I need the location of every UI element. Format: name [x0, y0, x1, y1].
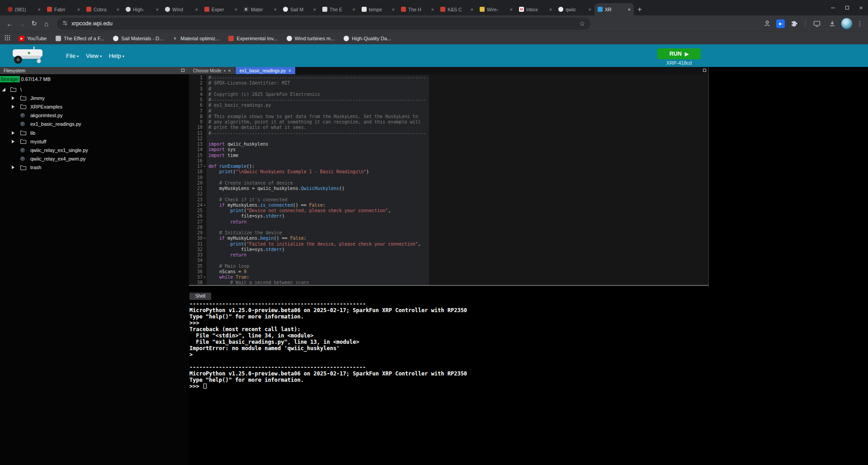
downloads-icon[interactable]: [826, 18, 838, 30]
tree-item-folder[interactable]: Jimmy: [0, 94, 189, 102]
code-line[interactable]: 6# ex1_basic_readings.py: [189, 103, 708, 108]
code-line[interactable]: 17▾def runExample():: [189, 164, 708, 169]
tab-close-icon[interactable]: ×: [235, 7, 237, 12]
browser-tab[interactable]: MInbox×: [516, 3, 555, 15]
code-line[interactable]: 34: [189, 258, 708, 263]
code-line[interactable]: 5#--------------------------------------…: [189, 97, 708, 103]
bookmark-item[interactable]: High-Quality Da...: [340, 34, 395, 43]
tab-close-icon[interactable]: ×: [392, 7, 395, 12]
code-line[interactable]: 9# any algorithm, point it at something …: [189, 119, 708, 125]
code-line[interactable]: 2# SPDX-License-Identifier: MIT: [189, 81, 708, 86]
code-line[interactable]: 31 print("Failed to initialize the devic…: [189, 242, 708, 247]
code-line[interactable]: 13import qwiic_huskylens: [189, 142, 708, 147]
bookmark-item[interactable]: ▶YouTube: [15, 34, 51, 43]
fold-marker-icon[interactable]: ▾: [203, 275, 207, 280]
code-line[interactable]: 18 print("\nQwiic HuskyLens Example 1 - …: [189, 169, 708, 175]
tab-close-icon[interactable]: ×: [313, 7, 316, 12]
extensions-puzzle-icon[interactable]: [788, 18, 800, 30]
tab-close-icon[interactable]: ×: [156, 7, 159, 12]
bookmark-item[interactable]: Experimental Inv...: [224, 34, 281, 43]
code-line[interactable]: 11#-------------------------------------…: [189, 131, 708, 136]
code-line[interactable]: 36 nScans = 0: [189, 269, 708, 275]
profile-person-icon[interactable]: [761, 18, 773, 30]
menu-file[interactable]: File▾: [66, 52, 79, 59]
code-line[interactable]: 20 # Create instance of device: [189, 180, 708, 186]
code-line[interactable]: 24▾ if myHuskyLens.is_connected() == Fal…: [189, 203, 708, 208]
fold-marker-icon[interactable]: ▾: [203, 203, 207, 208]
browser-tab[interactable]: High-×: [123, 3, 162, 15]
tree-item-folder[interactable]: trash: [0, 163, 189, 172]
tab-close-icon[interactable]: ×: [431, 7, 434, 12]
bookmark-item[interactable]: Wind turbines m...: [283, 34, 339, 43]
editor-tab[interactable]: ex1_basic_readings.py×: [236, 67, 295, 74]
browser-tab[interactable]: K&S C×: [437, 3, 476, 15]
tab-close-icon[interactable]: ×: [117, 7, 119, 12]
code-line[interactable]: 38 # Wait a second between scans: [189, 280, 708, 285]
tab-close-icon[interactable]: ×: [549, 7, 552, 12]
tab-close-icon[interactable]: ×: [353, 7, 355, 12]
pinned-extension-icon[interactable]: ▶: [776, 19, 785, 28]
tree-item-file[interactable]: qwiic_relay_ex4_pwm.py: [0, 155, 189, 163]
browser-tab[interactable]: Fabri×: [44, 3, 83, 15]
code-line[interactable]: 12: [189, 136, 708, 142]
editor-tab-close-icon[interactable]: ×: [288, 68, 291, 73]
browser-tab[interactable]: XR×: [594, 3, 634, 15]
editor-tab[interactable]: Choose Mode•×: [189, 67, 235, 74]
code-line[interactable]: 8# This example shows how to get data fr…: [189, 114, 708, 119]
restore-button[interactable]: [840, 0, 854, 15]
collapse-arrow-icon[interactable]: [2, 88, 10, 91]
browser-menu-icon[interactable]: ⋮: [855, 20, 864, 27]
menu-help[interactable]: Help▾: [109, 52, 124, 59]
home-button[interactable]: ⌂: [40, 18, 52, 30]
address-bar[interactable]: xrpcode.wpi.edu ☆: [57, 18, 590, 30]
code-line[interactable]: 10# print the details of what it sees.: [189, 125, 708, 130]
browser-tab[interactable]: Sail M×: [280, 3, 319, 15]
browser-tab[interactable]: Wire-×: [476, 3, 516, 15]
forward-button[interactable]: →: [16, 18, 28, 30]
run-button[interactable]: RUN ▶: [657, 48, 701, 59]
code-line[interactable]: 25 print("Device not connected, please c…: [189, 208, 708, 214]
apps-grid-icon[interactable]: [5, 34, 10, 43]
expand-arrow-icon[interactable]: [12, 140, 20, 143]
tab-close-icon[interactable]: ×: [471, 7, 473, 12]
url-text[interactable]: xrpcode.wpi.edu: [71, 20, 576, 27]
code-line[interactable]: 1#--------------------------------------…: [189, 75, 708, 81]
code-line[interactable]: 3#: [189, 86, 708, 92]
shell-output[interactable]: ----------------------------------------…: [189, 301, 709, 389]
tree-item-file[interactable]: ex1_basic_readings.py: [0, 120, 189, 128]
browser-tab[interactable]: (981)×: [5, 3, 44, 15]
bookmark-item[interactable]: Sail Materials - D...: [109, 34, 167, 43]
minimize-button[interactable]: [826, 0, 840, 15]
tree-item-folder[interactable]: \: [0, 85, 189, 94]
site-settings-icon[interactable]: [62, 19, 68, 28]
fold-marker-icon[interactable]: ▾: [203, 164, 207, 169]
code-line[interactable]: 27 return: [189, 219, 708, 225]
browser-tab[interactable]: EMater×: [241, 3, 280, 15]
close-button[interactable]: ×: [854, 0, 868, 15]
profile-avatar[interactable]: [841, 18, 852, 29]
expand-arrow-icon[interactable]: [12, 166, 20, 169]
tree-item-file[interactable]: akgorimtest.py: [0, 111, 189, 120]
code-editor[interactable]: 1#--------------------------------------…: [189, 74, 709, 285]
panel-maximize-icon[interactable]: [181, 69, 184, 72]
tab-close-icon[interactable]: ×: [77, 7, 80, 12]
tree-item-folder[interactable]: lib: [0, 128, 189, 137]
browser-tab[interactable]: qwiic×: [555, 3, 594, 15]
code-line[interactable]: 37▾ while True:: [189, 275, 708, 280]
tab-close-icon[interactable]: ×: [628, 7, 631, 12]
code-line[interactable]: 15import time: [189, 153, 708, 158]
tab-close-icon[interactable]: ×: [510, 7, 513, 12]
reload-button[interactable]: ↻: [28, 18, 40, 30]
code-line[interactable]: 35 # Main loop: [189, 264, 708, 269]
code-line[interactable]: 16: [189, 158, 708, 164]
tree-item-file[interactable]: qwiic_relay_ex1_single.py: [0, 146, 189, 154]
code-line[interactable]: 26 file=sys.stderr): [189, 214, 708, 219]
expand-arrow-icon[interactable]: [12, 105, 20, 109]
browser-tab[interactable]: tempe×: [359, 3, 398, 15]
browser-tab[interactable]: Exper×: [201, 3, 241, 15]
tree-item-folder[interactable]: XRPExamples: [0, 102, 189, 111]
code-line[interactable]: 28: [189, 225, 708, 230]
new-tab-button[interactable]: +: [634, 3, 646, 15]
tab-close-icon[interactable]: ×: [38, 7, 41, 12]
menu-view[interactable]: View▾: [86, 52, 102, 59]
